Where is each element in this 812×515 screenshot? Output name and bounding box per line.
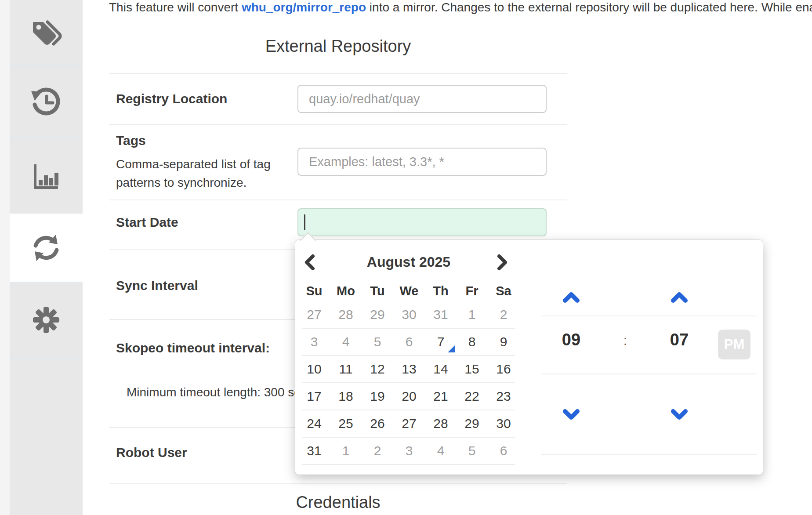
sidebar-tab-bar [10, 0, 83, 515]
calendar-day[interactable]: 10 [298, 359, 330, 380]
calendar-row-divider [302, 410, 515, 410]
calendar-day[interactable]: 9 [488, 331, 519, 352]
calendar-day[interactable]: 4 [425, 440, 457, 461]
calendar-day[interactable]: 31 [425, 304, 457, 325]
gear-icon [30, 304, 62, 336]
calendar-day-header: We [393, 284, 425, 298]
time-separator: : [615, 333, 635, 348]
calendar-day[interactable]: 5 [362, 331, 393, 352]
hour-value[interactable]: 09 [545, 330, 598, 349]
next-month-button[interactable] [491, 251, 512, 274]
calendar-month-label: August 2025 [334, 254, 483, 270]
mirroring-settings-page: This feature will convert whu_org/mirror… [0, 0, 812, 515]
text-cursor [304, 214, 305, 230]
calendar-row-divider [302, 464, 515, 465]
calendar-day[interactable]: 16 [488, 359, 519, 380]
registry-location-label: Registry Location [116, 91, 227, 106]
calendar-day[interactable]: 3 [298, 331, 330, 352]
hour-decrement-button[interactable] [561, 408, 582, 423]
calendar-day[interactable]: 21 [425, 386, 457, 407]
calendar-day-header: Fr [456, 284, 488, 298]
sync-icon [30, 232, 62, 264]
time-section-divider [541, 454, 757, 455]
chevron-left-icon [301, 253, 319, 273]
row-divider [109, 124, 567, 125]
sidebar-item-history[interactable] [10, 65, 83, 139]
calendar-row-divider [302, 328, 515, 329]
calendar-day[interactable]: 1 [456, 304, 488, 325]
calendar-day-header: Tu [362, 284, 393, 298]
sidebar-item-mirroring[interactable] [10, 214, 83, 282]
robot-user-label: Robot User [116, 445, 187, 460]
calendar-day[interactable]: 24 [298, 413, 330, 434]
row-divider [109, 199, 567, 200]
previous-month-button[interactable] [300, 251, 321, 274]
calendar-day[interactable]: 29 [362, 304, 393, 325]
repository-link[interactable]: whu_org/mirror_repo [242, 0, 366, 14]
skopeo-timeout-label: Skopeo timeout interval: [116, 341, 270, 355]
calendar-day[interactable]: 29 [456, 413, 488, 434]
minute-value[interactable]: 07 [653, 330, 706, 349]
start-date-label: Start Date [116, 215, 178, 230]
row-divider [109, 73, 567, 74]
calendar-day-header: Mo [330, 284, 362, 298]
calendar-day[interactable]: 27 [298, 304, 330, 325]
sidebar-item-usage-logs[interactable] [10, 138, 83, 214]
calendar-day[interactable]: 28 [425, 413, 457, 434]
calendar-day[interactable]: 28 [330, 304, 362, 325]
tags-label: Tags [116, 133, 146, 148]
calendar-day[interactable]: 8 [456, 331, 488, 352]
calendar-day[interactable]: 6 [393, 331, 425, 352]
sidebar-item-tags[interactable] [10, 0, 83, 65]
calendar-day[interactable]: 26 [362, 413, 393, 434]
chevron-down-icon [670, 417, 689, 423]
minute-decrement-button[interactable] [669, 408, 690, 423]
start-date-input[interactable] [297, 208, 547, 236]
calendar-day[interactable]: 5 [456, 440, 488, 461]
minute-increment-button[interactable] [669, 290, 690, 305]
calendar-day[interactable]: 22 [456, 386, 488, 407]
calendar-row-divider [302, 437, 515, 438]
calendar-day[interactable]: 20 [393, 386, 425, 407]
banner-text-after: into a mirror. Changes to the external r… [366, 0, 812, 14]
calendar-day[interactable]: 17 [298, 386, 330, 407]
calendar-day[interactable]: 6 [488, 440, 519, 461]
calendar-day[interactable]: 27 [393, 413, 425, 434]
mirror-feature-banner: This feature will convert whu_org/mirror… [109, 0, 812, 17]
credentials-title: Credentials [109, 493, 567, 512]
calendar-day-header: Sa [488, 284, 519, 298]
chevron-right-icon [493, 253, 511, 273]
time-section-divider [541, 374, 757, 374]
calendar-day[interactable]: 2 [488, 304, 519, 325]
sidebar-item-settings[interactable] [10, 282, 83, 358]
calendar-day[interactable]: 4 [330, 331, 362, 352]
calendar-day[interactable]: 30 [393, 304, 425, 325]
calendar-day[interactable]: 23 [488, 386, 519, 407]
history-icon [30, 87, 62, 118]
calendar-day[interactable]: 3 [393, 440, 425, 461]
calendar-day[interactable]: 30 [488, 413, 519, 434]
today-marker [448, 345, 455, 352]
calendar-day[interactable]: 13 [393, 359, 425, 380]
calendar-day[interactable]: 31 [298, 440, 330, 461]
calendar-day[interactable]: 14 [425, 359, 457, 380]
tags-icon [30, 17, 62, 48]
calendar-day[interactable]: 1 [330, 440, 362, 461]
tags-description-line2: patterns to synchronize. [116, 176, 246, 190]
hour-increment-button[interactable] [561, 290, 582, 305]
calendar-day[interactable]: 2 [362, 440, 393, 461]
calendar-day[interactable]: 15 [456, 359, 488, 380]
calendar-row-divider [302, 382, 515, 383]
external-repository-title: External Repository [109, 37, 567, 56]
calendar-day[interactable]: 25 [330, 413, 362, 434]
registry-location-input[interactable] [297, 85, 547, 113]
calendar-day[interactable]: 11 [330, 359, 362, 380]
tags-input[interactable] [297, 148, 547, 176]
calendar-day-today[interactable]: 7 [425, 331, 457, 352]
calendar-day[interactable]: 19 [362, 386, 393, 407]
calendar-day-header: Th [425, 284, 457, 298]
calendar-day[interactable]: 12 [362, 359, 393, 380]
meridiem-toggle-button[interactable]: PM [718, 330, 750, 359]
calendar-row-divider [302, 355, 515, 356]
calendar-day[interactable]: 18 [330, 386, 362, 407]
